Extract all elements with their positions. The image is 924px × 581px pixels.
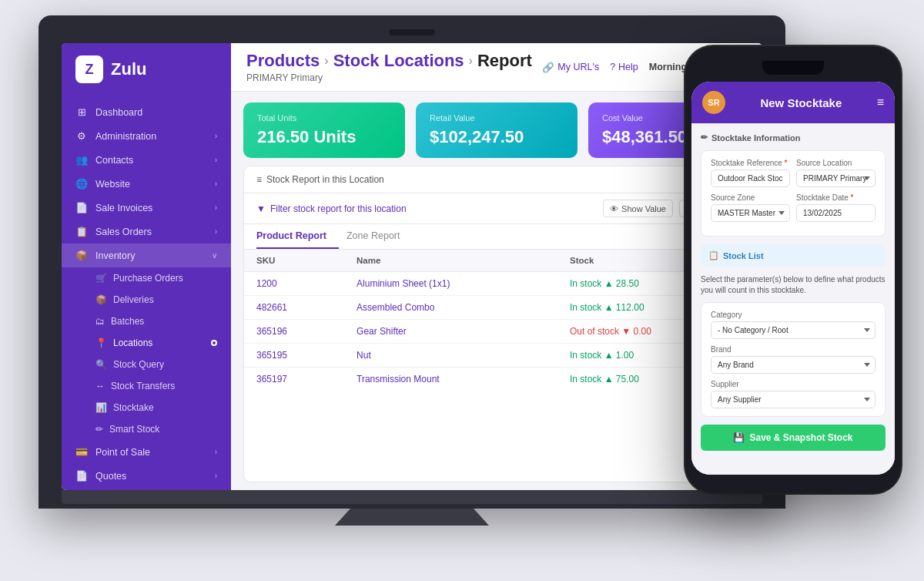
- sidebar-item-stock-query[interactable]: 🔍 Stock Query: [62, 354, 231, 375]
- breadcrumb-arrow-2: ›: [469, 54, 473, 68]
- sidebar-item-contacts[interactable]: 👥 Contacts ›: [62, 148, 231, 172]
- quotes-icon: 📄: [75, 470, 88, 482]
- stat-label-retail-value: Retail Value: [430, 113, 564, 123]
- show-value-button[interactable]: 👁 Show Value: [603, 200, 673, 217]
- stat-value-total-units: 216.50 Units: [257, 127, 391, 147]
- smart-stock-icon: ✏: [95, 424, 103, 435]
- sidebar-item-inventory[interactable]: 📦 Inventory ∨: [62, 243, 231, 267]
- sidebar-item-sales-orders[interactable]: 📋 Sales Orders ›: [62, 220, 231, 243]
- pos-icon: 💳: [75, 446, 88, 458]
- cell-sku[interactable]: 365196: [244, 320, 344, 344]
- table-row[interactable]: 365197 Transmission Mount In stock ▲ 75.…: [244, 368, 749, 391]
- table-row[interactable]: 482661 Assembled Combo In stock ▲ 112.00: [244, 296, 749, 320]
- help-link[interactable]: ? Help: [610, 62, 638, 72]
- sidebar-item-stock-transfers[interactable]: ↔ Stock Transfers: [62, 375, 231, 397]
- sidebar-item-quotes[interactable]: 📄 Quotes ›: [62, 464, 231, 488]
- sidebar-item-dashboard[interactable]: ⊞ Dashboard: [62, 100, 231, 124]
- breadcrumb-subtitle: PRIMARY Primary: [246, 72, 532, 83]
- phone-source-location-select[interactable]: PRIMARY Primary: [796, 170, 875, 187]
- phone-source-location-label: Source Location: [796, 159, 875, 167]
- stat-card-total-units: Total Units 216.50 Units: [243, 102, 405, 158]
- phone-date-label: Stocktake Date: [796, 193, 875, 202]
- phone-supplier-field: Supplier Any Supplier: [711, 380, 875, 408]
- col-header-sku: SKU: [244, 250, 344, 272]
- cell-sku[interactable]: 482661: [244, 296, 344, 320]
- sidebar-item-point-of-sale[interactable]: 💳 Point of Sale ›: [62, 440, 231, 464]
- cell-name[interactable]: Transmission Mount: [344, 368, 557, 391]
- cell-name[interactable]: Nut: [344, 344, 557, 368]
- phone-reference-label: Stocktake Reference: [711, 159, 790, 167]
- filter-button[interactable]: ▼ Filter stock report for this location: [256, 203, 407, 214]
- phone-col-reference: Stocktake Reference: [711, 159, 790, 187]
- main-content: Products › Stock Locations › Report PRIM…: [231, 43, 762, 490]
- breadcrumb-arrow-1: ›: [324, 54, 328, 68]
- phone-category-select[interactable]: - No Category / Root: [711, 321, 875, 339]
- stock-query-icon: 🔍: [95, 359, 107, 370]
- phone-save-snapshot-button[interactable]: 💾 Save & Snapshot Stock: [701, 425, 886, 451]
- phone-notch: [762, 61, 824, 75]
- orders-icon: 📋: [75, 226, 88, 237]
- table-row[interactable]: 1200 Aluminium Sheet (1x1) In stock ▲ 28…: [244, 272, 749, 296]
- cell-sku[interactable]: 1200: [244, 272, 344, 296]
- tab-zone-report[interactable]: Zone Report: [346, 224, 412, 249]
- help-icon: ?: [610, 62, 615, 72]
- phone-col-source-zone: Source Zone MASTER Master: [711, 193, 790, 222]
- table-row[interactable]: 365196 Gear Shifter Out of stock ▼ 0.00: [244, 320, 749, 344]
- sidebar-item-sale-invoices[interactable]: 📄 Sale Invoices ›: [62, 196, 231, 220]
- cell-name[interactable]: Assembled Combo: [344, 296, 557, 320]
- phone-content: ✏ Stocktake Information Stocktake Refere…: [691, 123, 895, 475]
- table-row[interactable]: 365195 Nut In stock ▲ 1.00: [244, 344, 749, 368]
- phone-section-stocktake-info: ✏ Stocktake Information: [701, 133, 886, 143]
- cell-name[interactable]: Gear Shifter: [344, 320, 557, 344]
- sidebar-item-smart-stock[interactable]: ✏ Smart Stock: [62, 418, 231, 440]
- tab-product-report[interactable]: Product Report: [256, 224, 339, 249]
- breadcrumb-stock-locations[interactable]: Stock Locations: [333, 51, 464, 71]
- phone-stock-list-desc: Select the parameter(s) below to define …: [701, 274, 886, 296]
- cell-sku[interactable]: 365197: [244, 368, 344, 391]
- filter-icon: ▼: [256, 203, 266, 214]
- sidebar-item-purchase-orders[interactable]: 🛒 Purchase Orders: [62, 267, 231, 289]
- urls-icon: 🔗: [542, 62, 554, 73]
- contacts-icon: 👥: [75, 154, 88, 166]
- hamburger-icon[interactable]: ≡: [877, 96, 884, 109]
- cell-name[interactable]: Aluminium Sheet (1x1): [344, 272, 557, 296]
- dashboard-icon: ⊞: [75, 106, 88, 118]
- table-section-label: ≡ Stock Report in this Location: [244, 166, 749, 193]
- sidebar-item-stocktake[interactable]: 📊 Stocktake: [62, 397, 231, 418]
- phone-supplier-select[interactable]: Any Supplier: [711, 391, 875, 408]
- phone-source-zone-select[interactable]: MASTER Master: [711, 204, 790, 222]
- sidebar-item-website[interactable]: 🌐 Website ›: [62, 172, 231, 196]
- breadcrumb-report: Report: [477, 51, 532, 71]
- phone-brand-label: Brand: [711, 345, 875, 354]
- sidebar-item-administration[interactable]: ⚙ Administration ›: [62, 124, 231, 148]
- phone-brand-field: Brand Any Brand: [711, 345, 875, 374]
- laptop-container: Z Zulu ⊞ Dashboard ⚙ Administration › 👥: [38, 15, 785, 555]
- filter-bar: ▼ Filter stock report for this location …: [244, 193, 749, 224]
- col-header-name: Name: [344, 250, 557, 272]
- phone-reference-input[interactable]: [711, 170, 790, 187]
- phone-title: New Stocktake: [760, 96, 842, 109]
- phone-avatar: SR: [702, 91, 725, 114]
- cell-sku[interactable]: 365195: [244, 344, 344, 368]
- breadcrumb-products[interactable]: Products: [246, 51, 320, 71]
- chevron-right-icon: ›: [215, 227, 217, 236]
- phone-supplier-label: Supplier: [711, 380, 875, 388]
- stock-report-table-area: ≡ Stock Report in this Location ▼ Filter…: [243, 166, 750, 482]
- laptop-screen: Z Zulu ⊞ Dashboard ⚙ Administration › 👥: [62, 43, 762, 490]
- invoices-icon: 📄: [75, 202, 88, 213]
- sidebar-item-deliveries[interactable]: 📦 Deliveries: [62, 289, 231, 311]
- stats-row: Total Units 216.50 Units Retail Value $1…: [231, 92, 762, 166]
- phone-body: SR New Stocktake ≡ ✏ Stocktake Informati…: [685, 46, 901, 493]
- sidebar-item-products[interactable]: 📦 Products ∨: [62, 488, 231, 490]
- sidebar-item-batches[interactable]: 🗂 Batches: [62, 311, 231, 332]
- phone-brand-select[interactable]: Any Brand: [711, 356, 875, 374]
- phone-row-zone-date: Source Zone MASTER Master Stocktake Date: [711, 193, 875, 222]
- phone-date-input[interactable]: [796, 204, 875, 222]
- my-urls-link[interactable]: 🔗 My URL's: [542, 62, 599, 73]
- stock-list-icon: 📋: [708, 250, 719, 260]
- phone-row-reference-location: Stocktake Reference Source Location PRIM…: [711, 159, 875, 187]
- administration-icon: ⚙: [75, 130, 88, 142]
- laptop-stand: [335, 509, 489, 526]
- phone-container: SR New Stocktake ≡ ✏ Stocktake Informati…: [685, 46, 901, 493]
- sidebar-item-locations[interactable]: 📍 Locations: [62, 332, 231, 354]
